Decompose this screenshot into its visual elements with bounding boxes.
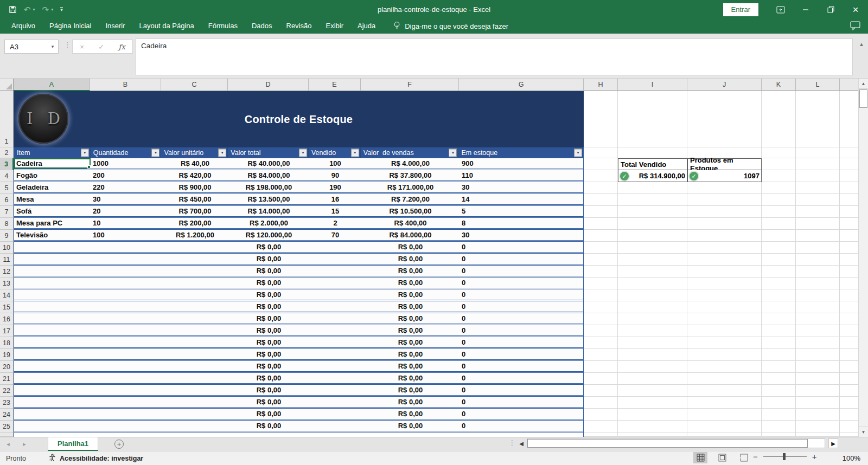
table-cell[interactable]: R$ 40,00 bbox=[162, 158, 228, 169]
table-cell[interactable]: 190 bbox=[309, 182, 361, 192]
grid-cell[interactable] bbox=[762, 421, 796, 432]
grid-cell[interactable] bbox=[584, 182, 618, 194]
table-cell[interactable]: 110 bbox=[459, 170, 584, 180]
grid-cell[interactable] bbox=[618, 91, 687, 147]
grid-cell[interactable] bbox=[796, 349, 840, 361]
table-cell[interactable]: R$ 1.200,00 bbox=[162, 230, 228, 240]
grid-cell[interactable] bbox=[584, 361, 618, 373]
grid-cell[interactable] bbox=[762, 254, 796, 266]
grid-cell[interactable] bbox=[796, 91, 840, 147]
table-cell[interactable] bbox=[91, 313, 162, 324]
grid-cell[interactable] bbox=[762, 289, 796, 301]
table-cell[interactable]: R$ 0,00 bbox=[228, 337, 309, 347]
row-header-16[interactable]: 16 bbox=[0, 313, 14, 325]
grid-cell[interactable] bbox=[796, 254, 840, 266]
scroll-down-icon[interactable]: ▼ bbox=[859, 427, 868, 437]
table-cell[interactable]: R$ 0,00 bbox=[361, 301, 459, 312]
table-cell[interactable] bbox=[91, 385, 162, 395]
grid-cell[interactable] bbox=[618, 254, 687, 266]
tab-ajuda[interactable]: Ajuda bbox=[350, 19, 382, 34]
grid-cell[interactable] bbox=[584, 218, 618, 230]
table-cell[interactable] bbox=[309, 289, 361, 300]
table-cell[interactable]: R$ 0,00 bbox=[361, 361, 459, 371]
row-header-10[interactable]: 10 bbox=[0, 242, 14, 254]
table-cell[interactable]: 90 bbox=[309, 170, 361, 180]
grid-cell[interactable] bbox=[687, 385, 762, 397]
row-header-9[interactable]: 9 bbox=[0, 230, 14, 242]
customize-qat-icon[interactable]: ▾ bbox=[60, 7, 63, 12]
grid-cell[interactable] bbox=[687, 242, 762, 254]
table-cell[interactable] bbox=[309, 337, 361, 347]
grid-cell[interactable] bbox=[796, 194, 840, 206]
table-cell[interactable] bbox=[14, 349, 91, 359]
table-cell[interactable] bbox=[309, 373, 361, 383]
table-cell[interactable] bbox=[309, 242, 361, 252]
table-cell[interactable] bbox=[91, 266, 162, 276]
table-cell[interactable]: R$ 120.000,00 bbox=[228, 230, 309, 240]
table-cell[interactable]: 14 bbox=[459, 194, 584, 204]
column-header-D[interactable]: D bbox=[228, 79, 309, 91]
hscroll-right-icon[interactable]: ▶ bbox=[828, 438, 838, 448]
table-cell[interactable]: R$ 10.500,00 bbox=[361, 206, 459, 216]
grid-cell[interactable] bbox=[762, 147, 796, 158]
tab-revisao[interactable]: Revisão bbox=[279, 19, 319, 34]
grid-cell[interactable] bbox=[762, 373, 796, 385]
table-cell[interactable]: 0 bbox=[459, 254, 584, 264]
grid-cell[interactable] bbox=[687, 361, 762, 373]
table-cell[interactable]: R$ 84.000,00 bbox=[228, 170, 309, 180]
restore-icon[interactable] bbox=[818, 0, 843, 19]
row-header-24[interactable]: 24 bbox=[0, 409, 14, 421]
table-cell[interactable]: R$ 450,00 bbox=[162, 194, 228, 204]
table-cell[interactable]: R$ 0,00 bbox=[361, 397, 459, 407]
minimize-icon[interactable] bbox=[793, 0, 818, 19]
table-cell[interactable]: 0 bbox=[459, 361, 584, 371]
row-header-25[interactable]: 25 bbox=[0, 421, 14, 432]
grid-cell[interactable] bbox=[762, 397, 796, 409]
filter-dropdown-icon[interactable]: ▾ bbox=[574, 148, 582, 157]
grid-cell[interactable] bbox=[762, 361, 796, 373]
table-cell[interactable]: R$ 200,00 bbox=[162, 218, 228, 228]
table-header-6[interactable]: Valor de vendas▾ bbox=[361, 147, 459, 158]
grid-cell[interactable] bbox=[618, 289, 687, 301]
table-cell[interactable]: 30 bbox=[459, 182, 584, 192]
table-cell[interactable]: 0 bbox=[459, 409, 584, 419]
table-cell[interactable] bbox=[14, 361, 91, 371]
grid-cell[interactable] bbox=[796, 409, 840, 421]
tab-arquivo[interactable]: Arquivo bbox=[4, 19, 42, 34]
table-cell[interactable]: Mesa bbox=[14, 194, 91, 204]
table-cell[interactable]: R$ 0,00 bbox=[228, 325, 309, 335]
zoom-slider-thumb[interactable] bbox=[783, 453, 786, 460]
column-header-G[interactable]: G bbox=[459, 79, 584, 91]
table-cell[interactable]: R$ 400,00 bbox=[361, 218, 459, 228]
table-cell[interactable]: R$ 0,00 bbox=[228, 373, 309, 383]
table-cell[interactable]: 20 bbox=[91, 206, 162, 216]
summary-header-total-vendido[interactable]: Total Vendido bbox=[618, 158, 687, 170]
table-cell[interactable]: R$ 0,00 bbox=[361, 313, 459, 324]
grid-cell[interactable] bbox=[584, 266, 618, 277]
grid-cell[interactable] bbox=[762, 206, 796, 218]
table-cell[interactable]: R$ 900,00 bbox=[162, 182, 228, 192]
grid-cell[interactable] bbox=[762, 313, 796, 325]
grid-cell[interactable] bbox=[687, 277, 762, 289]
table-cell[interactable] bbox=[91, 361, 162, 371]
tab-pagina-inicial[interactable]: Página Inicial bbox=[42, 19, 98, 34]
table-cell[interactable]: 0 bbox=[459, 242, 584, 252]
table-cell[interactable]: 0 bbox=[459, 289, 584, 300]
grid-cell[interactable] bbox=[618, 373, 687, 385]
grid-cell[interactable] bbox=[796, 206, 840, 218]
grid-cell[interactable] bbox=[687, 289, 762, 301]
table-cell[interactable]: 100 bbox=[309, 158, 361, 169]
comment-icon[interactable] bbox=[850, 21, 860, 32]
grid-cell[interactable] bbox=[584, 242, 618, 254]
table-cell[interactable]: R$ 0,00 bbox=[228, 349, 309, 359]
table-cell[interactable]: R$ 0,00 bbox=[361, 385, 459, 395]
horizontal-scrollbar[interactable] bbox=[527, 438, 825, 448]
table-cell[interactable]: R$ 0,00 bbox=[361, 277, 459, 288]
table-cell[interactable] bbox=[14, 409, 91, 419]
column-header-J[interactable]: J bbox=[687, 79, 762, 91]
tab-dados[interactable]: Dados bbox=[245, 19, 279, 34]
table-cell[interactable] bbox=[14, 421, 91, 431]
table-cell[interactable]: 0 bbox=[459, 349, 584, 359]
table-cell[interactable] bbox=[162, 385, 228, 395]
cancel-entry-icon[interactable]: × bbox=[80, 43, 84, 51]
